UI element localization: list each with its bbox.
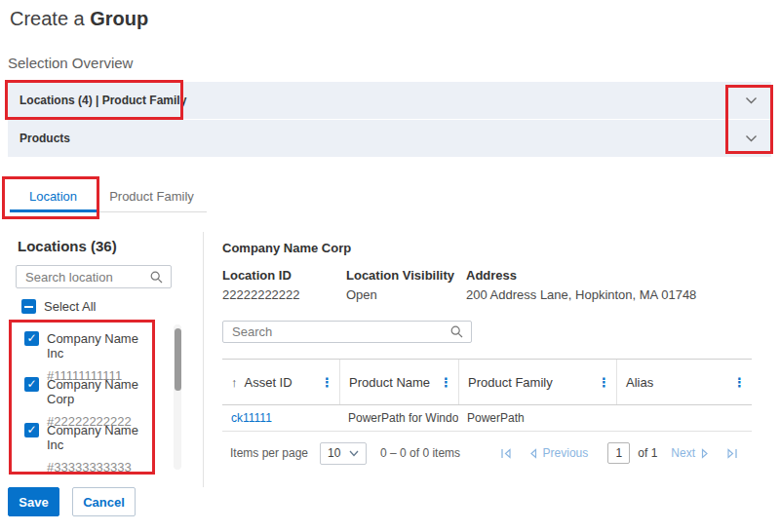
column-label: Asset ID [245,375,292,390]
list-scrollbar-thumb[interactable] [175,328,181,391]
column-header-asset-id[interactable]: ↑ Asset ID ⋮ [222,360,339,404]
table-row: ck11111 PowerPath for Windows PowerPath [222,405,752,432]
tabbar-divider [97,211,207,212]
page-of-label: of 1 [638,446,657,460]
address-value: 200 Address Lane, Hopkinton, MA 01748 [466,287,696,302]
select-all-row[interactable]: Select All [21,299,96,314]
sort-ascending-icon[interactable]: ↑ [231,375,238,390]
column-header-alias[interactable]: Alias ⋮ [616,360,752,404]
product-family-cell: PowerPath [458,411,616,425]
page-controls: Previous of 1 Next [500,442,738,464]
chevron-down-icon[interactable] [745,96,758,105]
location-id-value: 22222222222 [222,287,300,302]
previous-arrow-icon [529,448,537,459]
tab-product-family[interactable]: Product Family [97,183,207,209]
items-per-page-select[interactable]: 10 [320,442,367,465]
chevron-down-icon [349,450,359,457]
location-name: Company Name Corp [47,377,151,406]
location-id-label: Location ID [222,268,292,283]
company-name-heading: Company Name Corp [222,241,351,255]
next-page-button[interactable]: Next [671,446,709,460]
select-all-checkbox[interactable] [21,299,36,314]
column-menu-icon[interactable]: ⋮ [440,376,452,389]
location-id: #33333333333 [47,460,151,475]
locations-count-heading: Locations (36) [18,238,117,254]
panel-divider [203,232,204,487]
assets-table: ↑ Asset ID ⋮ Product Name ⋮ Product Fami… [222,359,752,475]
column-header-product-name[interactable]: Product Name ⋮ [339,360,458,404]
page-title: Create a Group [10,8,148,30]
page-title-bold: Group [90,8,148,29]
location-list-item[interactable]: Company Name Inc #33333333333 [24,423,151,475]
accordion-locations-product-family[interactable]: Locations (4) | Product Family [8,82,771,119]
search-icon [450,325,463,338]
create-group-page: Create a Group Selection Overview Locati… [0,0,780,532]
tab-location[interactable]: Location [10,183,97,209]
location-name: Company Name Inc [47,331,151,361]
first-page-icon[interactable] [500,448,512,459]
asset-id-link[interactable]: ck11111 [222,411,339,425]
location-visibility-label: Location Visibility [346,268,454,283]
location-visibility-value: Open [346,287,377,302]
page-title-regular: Create a [10,8,85,29]
items-range-text: 0 – 0 of 0 items [380,446,460,460]
next-arrow-icon [701,448,709,459]
accordion-locations-label: Locations (4) | Product Family [20,94,186,107]
address-label: Address [466,268,517,283]
column-label: Product Name [349,375,430,390]
pagination-bar: Items per page 10 0 – 0 of 0 items Previ… [222,432,752,475]
active-tab-underline [10,209,97,212]
cancel-button[interactable]: Cancel [72,487,136,516]
last-page-icon[interactable] [726,448,738,459]
select-all-label: Select All [44,299,96,314]
location-checkbox[interactable] [24,331,39,346]
selection-overview-heading: Selection Overview [8,55,133,71]
items-per-page-value: 10 [328,446,340,460]
page-number-input[interactable] [607,442,630,464]
save-button[interactable]: Save [8,487,59,516]
location-name: Company Name Inc [47,423,151,452]
location-list-item[interactable]: Company Name Corp #22222222222 [24,377,151,429]
column-menu-icon[interactable]: ⋮ [321,376,333,389]
location-search-box[interactable] [16,265,172,288]
location-checkbox[interactable] [24,377,39,392]
column-label: Product Family [468,375,553,390]
accordion-products[interactable]: Products [8,120,771,157]
previous-label: Previous [543,446,589,460]
accordion-products-label: Products [20,132,70,145]
asset-search-input[interactable] [223,324,450,339]
next-label: Next [671,446,695,460]
column-label: Alias [626,375,653,390]
asset-search-box[interactable] [222,321,472,343]
chevron-down-icon[interactable] [745,134,758,143]
column-menu-icon[interactable]: ⋮ [598,376,610,389]
column-menu-icon[interactable]: ⋮ [733,376,746,389]
location-search-input[interactable] [17,270,150,285]
column-header-product-family[interactable]: Product Family ⋮ [458,360,616,404]
location-checkbox[interactable] [24,423,39,437]
previous-page-button[interactable]: Previous [529,446,589,460]
location-list-item[interactable]: Company Name Inc #11111111111 [24,331,151,383]
items-per-page-label: Items per page [230,446,308,460]
product-name-cell: PowerPath for Windows [339,411,458,425]
search-icon [150,271,163,284]
table-header-row: ↑ Asset ID ⋮ Product Name ⋮ Product Fami… [222,359,752,405]
